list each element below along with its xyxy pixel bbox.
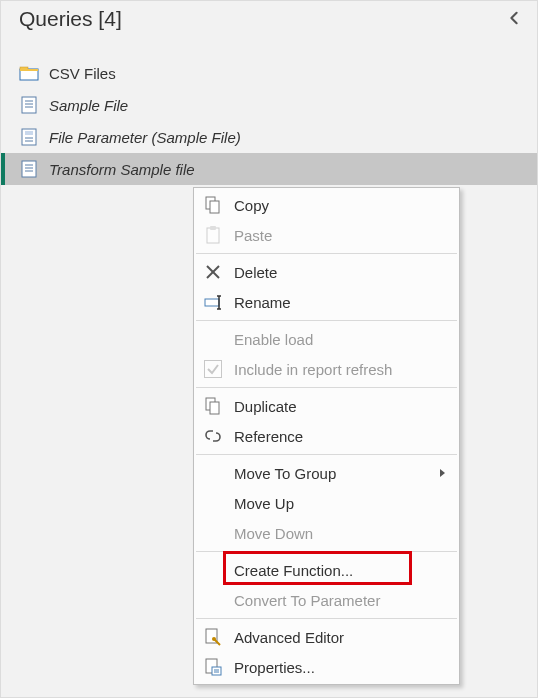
blank-icon: [202, 462, 224, 484]
menu-include-refresh: Include in report refresh: [194, 354, 459, 384]
checkbox-checked-icon: [202, 358, 224, 380]
query-item-transform-sample-file[interactable]: Transform Sample file: [1, 153, 537, 185]
query-item-csv-files[interactable]: CSV Files: [1, 57, 537, 89]
menu-label: Create Function...: [234, 562, 447, 579]
menu-label: Move To Group: [234, 465, 430, 482]
menu-label: Paste: [234, 227, 447, 244]
menu-rename[interactable]: Rename: [194, 287, 459, 317]
menu-separator: [196, 454, 457, 455]
svg-point-28: [212, 637, 216, 641]
query-label: Sample File: [49, 97, 128, 114]
menu-duplicate[interactable]: Duplicate: [194, 391, 459, 421]
query-item-file-parameter[interactable]: File Parameter (Sample File): [1, 121, 537, 153]
query-item-sample-file[interactable]: Sample File: [1, 89, 537, 121]
chevron-left-icon: [507, 11, 521, 25]
queries-panel: Queries [4] CSV Files Sample File File P…: [0, 0, 538, 698]
menu-separator: [196, 387, 457, 388]
menu-move-to-group[interactable]: Move To Group: [194, 458, 459, 488]
menu-separator: [196, 320, 457, 321]
menu-delete[interactable]: Delete: [194, 257, 459, 287]
menu-enable-load: Enable load: [194, 324, 459, 354]
paste-icon: [202, 224, 224, 246]
blank-icon: [202, 492, 224, 514]
menu-create-function[interactable]: Create Function...: [194, 555, 459, 585]
chevron-right-icon: [440, 469, 445, 477]
menu-convert-parameter: Convert To Parameter: [194, 585, 459, 615]
query-label: CSV Files: [49, 65, 116, 82]
delete-icon: [202, 261, 224, 283]
menu-label: Enable load: [234, 331, 447, 348]
parameter-icon: [19, 128, 39, 146]
menu-reference[interactable]: Reference: [194, 421, 459, 451]
advanced-editor-icon: [202, 626, 224, 648]
menu-move-up[interactable]: Move Up: [194, 488, 459, 518]
svg-rect-30: [212, 667, 221, 675]
blank-icon: [202, 559, 224, 581]
svg-rect-3: [22, 97, 36, 113]
menu-label: Move Up: [234, 495, 447, 512]
menu-separator: [196, 618, 457, 619]
duplicate-icon: [202, 395, 224, 417]
menu-label: Rename: [234, 294, 447, 311]
menu-label: Move Down: [234, 525, 447, 542]
menu-label: Delete: [234, 264, 447, 281]
svg-rect-17: [207, 228, 219, 243]
menu-move-down: Move Down: [194, 518, 459, 548]
menu-paste: Paste: [194, 220, 459, 250]
menu-separator: [196, 551, 457, 552]
svg-rect-2: [20, 69, 38, 71]
menu-label: Include in report refresh: [234, 361, 447, 378]
svg-rect-11: [22, 161, 36, 177]
properties-icon: [202, 656, 224, 678]
document-icon: [19, 96, 39, 114]
menu-copy[interactable]: Copy: [194, 190, 459, 220]
query-label: Transform Sample file: [49, 161, 195, 178]
collapse-panel-button[interactable]: [503, 10, 525, 28]
svg-rect-18: [210, 226, 216, 230]
menu-separator: [196, 253, 457, 254]
queries-list: CSV Files Sample File File Parameter (Sa…: [1, 41, 537, 185]
query-label: File Parameter (Sample File): [49, 129, 241, 146]
svg-rect-21: [205, 299, 219, 306]
menu-label: Reference: [234, 428, 447, 445]
blank-icon: [202, 522, 224, 544]
menu-label: Advanced Editor: [234, 629, 447, 646]
svg-rect-8: [25, 131, 33, 135]
rename-icon: [202, 291, 224, 313]
menu-label: Duplicate: [234, 398, 447, 415]
document-icon: [19, 160, 39, 178]
svg-rect-26: [210, 402, 219, 414]
menu-label: Copy: [234, 197, 447, 214]
blank-icon: [202, 328, 224, 350]
context-menu: Copy Paste Delete Rename Enable load: [193, 187, 460, 685]
svg-rect-16: [210, 201, 219, 213]
folder-icon: [19, 64, 39, 82]
reference-icon: [202, 425, 224, 447]
copy-icon: [202, 194, 224, 216]
blank-icon: [202, 589, 224, 611]
menu-properties[interactable]: Properties...: [194, 652, 459, 682]
menu-label: Properties...: [234, 659, 447, 676]
panel-header: Queries [4]: [1, 1, 537, 41]
menu-label: Convert To Parameter: [234, 592, 447, 609]
panel-title: Queries [4]: [19, 7, 122, 31]
menu-advanced-editor[interactable]: Advanced Editor: [194, 622, 459, 652]
